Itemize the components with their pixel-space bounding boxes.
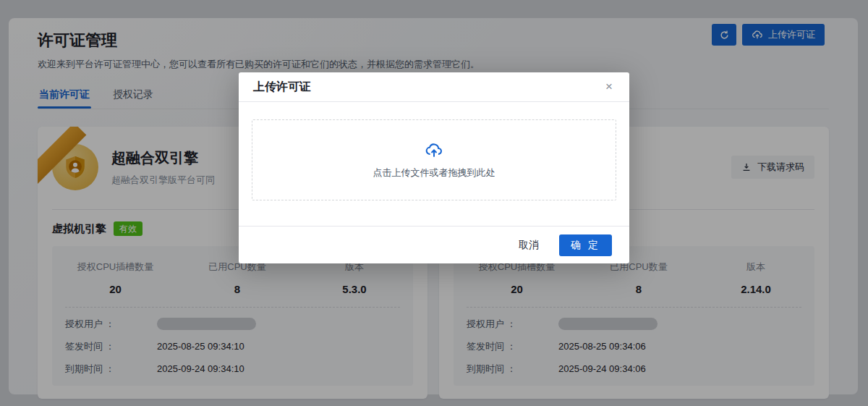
modal-body: 点击上传文件或者拖拽到此处 [239,102,629,226]
modal-title: 上传许可证 [253,80,311,95]
confirm-button[interactable]: 确 定 [559,234,612,256]
close-icon[interactable]: × [599,77,619,97]
modal-header: 上传许可证 × [239,72,629,102]
cloud-upload-icon [425,141,443,160]
dropzone-hint: 点击上传文件或者拖拽到此处 [373,166,495,179]
upload-license-modal: 上传许可证 × 点击上传文件或者拖拽到此处 取消 确 定 [239,72,629,263]
file-dropzone[interactable]: 点击上传文件或者拖拽到此处 [252,119,616,200]
cancel-button[interactable]: 取消 [517,234,540,256]
modal-footer: 取消 确 定 [239,226,629,263]
